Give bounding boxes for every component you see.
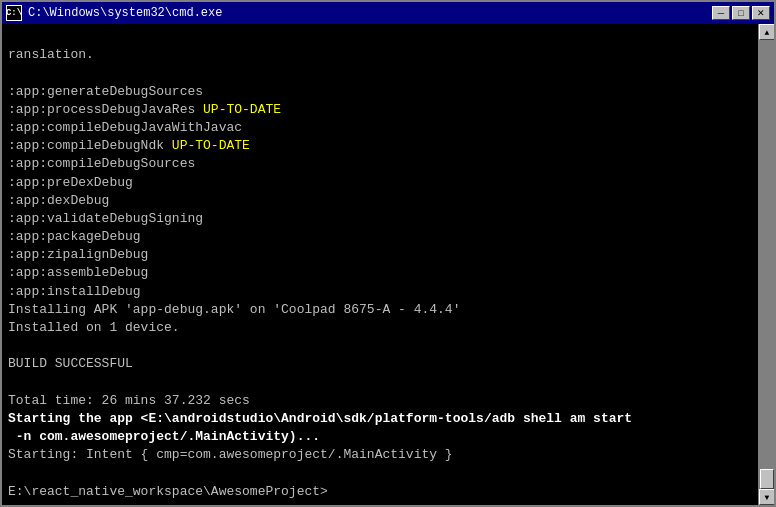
minimize-button[interactable]: ─ xyxy=(712,6,730,20)
line-6: :app:compileDebugNdk UP-TO-DATE xyxy=(8,138,250,153)
line-22: -n com.awesomeproject/.MainActivity)... xyxy=(8,429,320,444)
window-controls: ─ □ ✕ xyxy=(712,6,770,20)
cmd-icon: C:\ xyxy=(6,5,22,21)
close-button[interactable]: ✕ xyxy=(752,6,770,20)
line-9: :app:dexDebug xyxy=(8,193,109,208)
scroll-down-button[interactable]: ▼ xyxy=(759,489,774,505)
line-12: :app:zipalignDebug xyxy=(8,247,148,262)
title-bar: C:\ C:\Windows\system32\cmd.exe ─ □ ✕ xyxy=(2,2,774,24)
maximize-button[interactable]: □ xyxy=(732,6,750,20)
title-bar-left: C:\ C:\Windows\system32\cmd.exe xyxy=(6,5,222,21)
window-title: C:\Windows\system32\cmd.exe xyxy=(28,6,222,20)
line-23: Starting: Intent { cmp=com.awesomeprojec… xyxy=(8,447,453,462)
line-18: BUILD SUCCESSFUL xyxy=(8,356,133,371)
scroll-thumb[interactable] xyxy=(760,469,774,489)
line-1: ranslation. xyxy=(8,47,94,62)
line-16: Installed on 1 device. xyxy=(8,320,180,335)
line-15: Installing APK 'app-debug.apk' on 'Coolp… xyxy=(8,302,460,317)
line-4: :app:processDebugJavaRes UP-TO-DATE xyxy=(8,102,281,117)
line-10: :app:validateDebugSigning xyxy=(8,211,203,226)
line-11: :app:packageDebug xyxy=(8,229,141,244)
cmd-window: C:\ C:\Windows\system32\cmd.exe ─ □ ✕ ra… xyxy=(0,0,776,507)
scroll-up-button[interactable]: ▲ xyxy=(759,24,774,40)
line-25: E:\react_native_workspace\AwesomeProject… xyxy=(8,484,328,499)
line-8: :app:preDexDebug xyxy=(8,175,133,190)
line-3: :app:generateDebugSources xyxy=(8,84,203,99)
line-20: Total time: 26 mins 37.232 secs xyxy=(8,393,250,408)
scrollbar[interactable]: ▲ ▼ xyxy=(758,24,774,505)
line-14: :app:installDebug xyxy=(8,284,141,299)
scroll-track[interactable] xyxy=(759,40,774,489)
terminal-output[interactable]: ranslation. :app:generateDebugSources :a… xyxy=(2,24,758,505)
line-7: :app:compileDebugSources xyxy=(8,156,195,171)
content-area: ranslation. :app:generateDebugSources :a… xyxy=(2,24,774,505)
line-5: :app:compileDebugJavaWithJavac xyxy=(8,120,242,135)
line-21: Starting the app <E:\androidstudio\Andro… xyxy=(8,411,632,426)
line-13: :app:assembleDebug xyxy=(8,265,148,280)
